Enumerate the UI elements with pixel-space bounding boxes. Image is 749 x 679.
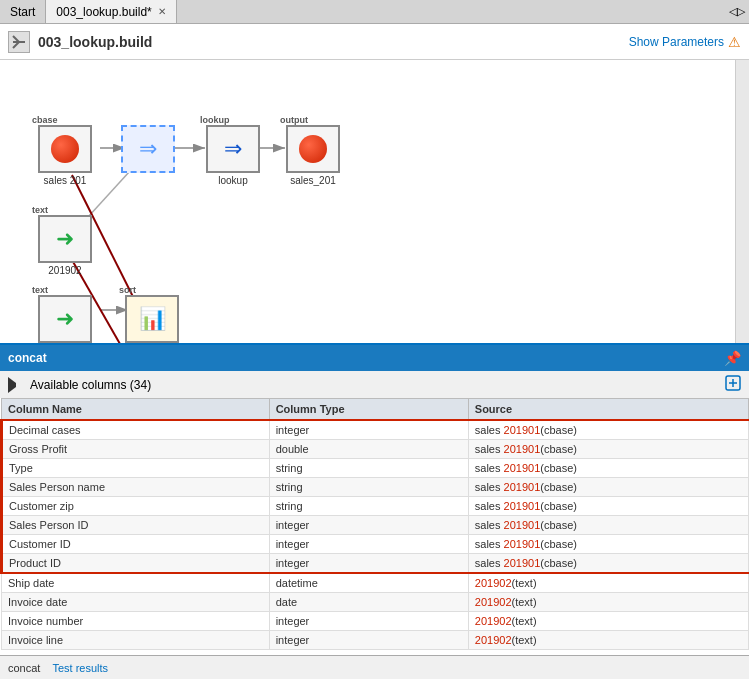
node-cbase-type: cbase (32, 115, 58, 125)
node-lookup-type: lookup (200, 115, 230, 125)
cell-type: datetime (269, 573, 468, 593)
col-header-source: Source (468, 399, 748, 421)
lookup-icon: ⇒ (224, 136, 242, 162)
cell-name: Invoice number (2, 612, 270, 631)
cell-source: 201902(text) (468, 593, 748, 612)
collapse-icon[interactable] (8, 377, 24, 393)
warning-icon: ⚠ (728, 34, 741, 50)
lower-area: concat 📌 Available columns (34) Column N… (0, 345, 749, 679)
table-row[interactable]: Sales Person IDintegersales 201901(cbase… (2, 516, 749, 535)
node-output[interactable]: output sales_201 (278, 115, 348, 186)
columns-table: Column Name Column Type Source Decimal c… (0, 398, 749, 650)
nav-prev-icon[interactable]: ◁ (729, 5, 737, 18)
tab-nav: ◁ ▷ (725, 5, 749, 18)
cell-type: double (269, 440, 468, 459)
cell-type: string (269, 497, 468, 516)
text1-icon: ➜ (56, 226, 74, 252)
nav-next-icon[interactable]: ▷ (737, 5, 745, 18)
tab-start[interactable]: Start (0, 0, 46, 23)
canvas-area: cbase sales 201 ⇒ lookup ⇒ lookup output (0, 60, 749, 345)
table-row[interactable]: Customer zipstringsales 201901(cbase) (2, 497, 749, 516)
cell-source: sales 201901(cbase) (468, 497, 748, 516)
table-row[interactable]: Gross Profitdoublesales 201901(cbase) (2, 440, 749, 459)
cell-name: Product ID (2, 554, 270, 574)
table-row[interactable]: Decimal casesintegersales 201901(cbase) (2, 420, 749, 440)
table-row[interactable]: Ship datedatetime201902(text) (2, 573, 749, 593)
tab-bar: Start 003_lookup.build* ✕ ◁ ▷ (0, 0, 749, 24)
tab-close-icon[interactable]: ✕ (158, 6, 166, 17)
cell-name: Type (2, 459, 270, 478)
bottom-tab-test-results[interactable]: Test results (52, 662, 108, 674)
cell-source: sales 201901(cbase) (468, 459, 748, 478)
double-arrow-icon: ⇒ (139, 136, 157, 162)
table-row[interactable]: Product IDintegersales 201901(cbase) (2, 554, 749, 574)
cell-name: Gross Profit (2, 440, 270, 459)
pin-icon[interactable]: 📌 (724, 350, 741, 366)
columns-table-area[interactable]: Column Name Column Type Source Decimal c… (0, 398, 749, 655)
cell-name: Customer ID (2, 535, 270, 554)
available-label: Available columns (34) (30, 378, 151, 392)
table-row[interactable]: Customer IDintegersales 201901(cbase) (2, 535, 749, 554)
table-action-icon[interactable] (725, 375, 741, 394)
canvas-scrollbar[interactable] (735, 60, 749, 343)
cell-source: sales 201901(cbase) (468, 554, 748, 574)
tab-start-label: Start (10, 5, 35, 19)
cell-name: Invoice line (2, 631, 270, 650)
node-text2-box[interactable]: ➜ (38, 295, 92, 343)
node-text1-type: text (32, 205, 48, 215)
cell-source: 201902(text) (468, 631, 748, 650)
text2-icon: ➜ (56, 306, 74, 332)
cell-type: integer (269, 631, 468, 650)
col-header-type: Column Type (269, 399, 468, 421)
cell-name: Decimal cases (2, 420, 270, 440)
node-empty-box[interactable]: ⇒ (121, 125, 175, 173)
title-bar: 003_lookup.build Show Parameters ⚠ (0, 24, 749, 60)
node-text1[interactable]: text ➜ 201902 (30, 205, 100, 276)
bottom-tabs: concat Test results (0, 655, 749, 679)
node-cbase[interactable]: cbase sales 201 (30, 115, 100, 186)
output-icon (299, 135, 327, 163)
node-cbase-box[interactable] (38, 125, 92, 173)
node-empty[interactable]: ⇒ (113, 115, 183, 175)
node-text1-label: 201902 (48, 265, 81, 276)
cell-source: 201902(text) (468, 573, 748, 593)
tab-build-label: 003_lookup.build* (56, 5, 151, 19)
node-sort1[interactable]: sort 📊 Sort-1 (117, 285, 187, 345)
show-parameters-link[interactable]: Show Parameters (629, 35, 724, 49)
cell-source: sales 201901(cbase) (468, 516, 748, 535)
canvas-svg (0, 60, 749, 343)
table-row[interactable]: Invoice lineinteger201902(text) (2, 631, 749, 650)
cell-type: integer (269, 516, 468, 535)
cell-source: sales 201901(cbase) (468, 440, 748, 459)
sort-icon: 📊 (139, 306, 166, 332)
table-row[interactable]: Typestringsales 201901(cbase) (2, 459, 749, 478)
cell-type: integer (269, 612, 468, 631)
cell-name: Ship date (2, 573, 270, 593)
node-lookup-label: lookup (218, 175, 247, 186)
bottom-tab-concat[interactable]: concat (8, 662, 40, 674)
cell-source: 201902(text) (468, 612, 748, 631)
tab-build[interactable]: 003_lookup.build* ✕ (46, 0, 176, 23)
node-text2[interactable]: text ➜ product (30, 285, 100, 345)
table-row[interactable]: Sales Person namestringsales 201901(cbas… (2, 478, 749, 497)
table-container: Available columns (34) Column Name Colum… (0, 371, 749, 655)
title-icon (8, 31, 30, 53)
node-output-label: sales_201 (290, 175, 336, 186)
cell-type: integer (269, 554, 468, 574)
node-output-type: output (280, 115, 308, 125)
cell-type: date (269, 593, 468, 612)
node-sort1-box[interactable]: 📊 (125, 295, 179, 343)
table-row[interactable]: Invoice datedate201902(text) (2, 593, 749, 612)
cell-type: string (269, 459, 468, 478)
available-columns-header: Available columns (34) (0, 371, 749, 398)
cell-source: sales 201901(cbase) (468, 535, 748, 554)
node-text1-box[interactable]: ➜ (38, 215, 92, 263)
cell-name: Sales Person ID (2, 516, 270, 535)
cell-type: integer (269, 420, 468, 440)
cbase-icon (51, 135, 79, 163)
cell-type: integer (269, 535, 468, 554)
node-output-box[interactable] (286, 125, 340, 173)
table-row[interactable]: Invoice numberinteger201902(text) (2, 612, 749, 631)
node-lookup[interactable]: lookup ⇒ lookup (198, 115, 268, 186)
node-lookup-box[interactable]: ⇒ (206, 125, 260, 173)
